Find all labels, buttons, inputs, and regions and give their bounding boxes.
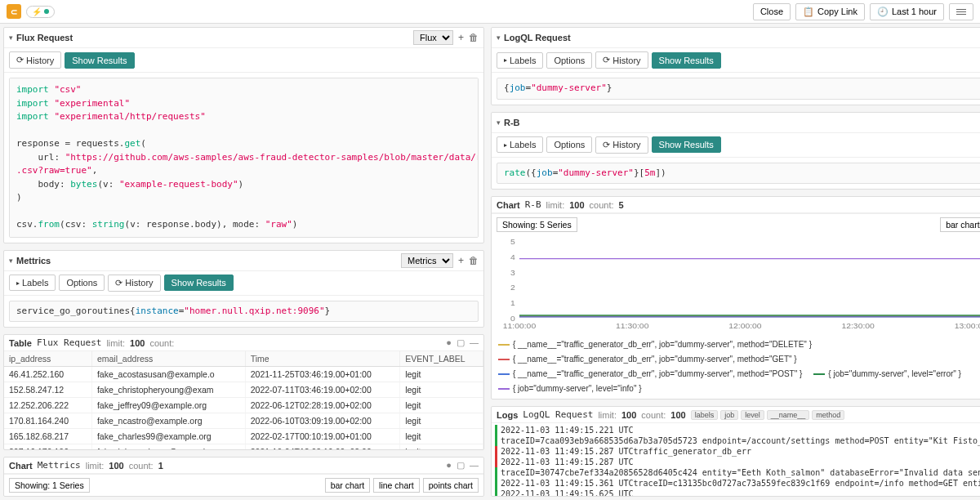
- filter-badge[interactable]: method: [812, 410, 844, 420]
- chart-area[interactable]: 01234511:00:0011:30:0012:00:0012:30:0013…: [492, 235, 980, 333]
- history-tab[interactable]: History: [595, 51, 648, 69]
- minimize-icon[interactable]: ▢: [457, 460, 465, 471]
- data-table: ip_addressemail_addressTimeEVENT_LABEL 4…: [4, 351, 483, 449]
- chart-type-button[interactable]: points chart: [423, 478, 479, 493]
- svg-text:5: 5: [510, 239, 515, 246]
- options-tab[interactable]: Options: [59, 275, 105, 291]
- show-results-tab[interactable]: Show Results: [164, 275, 234, 291]
- showing-series-chip[interactable]: Showing: 5 Series: [497, 217, 577, 232]
- dot-icon[interactable]: ●: [446, 460, 452, 471]
- history-tab[interactable]: History: [108, 275, 160, 292]
- rb-query-input[interactable]: rate({job="dummy-server"}[5m]): [497, 163, 980, 185]
- log-line[interactable]: 2022-11-03 11:49:15.625 UTC: [495, 489, 980, 496]
- col-header[interactable]: EVENT_LABEL: [400, 351, 483, 367]
- labels-tab[interactable]: ▸Labels: [497, 136, 543, 153]
- col-header[interactable]: Time: [245, 351, 399, 367]
- show-results-tab[interactable]: Show Results: [65, 52, 134, 69]
- log-line[interactable]: 2022-11-03 11:49:15.287 UTCtraffic_gener…: [495, 446, 980, 457]
- legend-item[interactable]: { __name__="traffic_generator_db_err", j…: [498, 368, 802, 381]
- logql-query-input[interactable]: {job="dummy-server"}: [497, 78, 980, 100]
- legend-item[interactable]: { job="dummy-server", level="info" }: [498, 382, 642, 395]
- flux-code-editor[interactable]: import "csv" import "experimental" impor…: [9, 78, 479, 238]
- connection-pill[interactable]: ⚡: [26, 6, 55, 18]
- log-line[interactable]: traceID=7caa093eb9a668535d6a7b3a705d5723…: [495, 435, 980, 446]
- history-label: History: [125, 278, 153, 288]
- table-row[interactable]: 165.182.68.217fake_charles99@example.org…: [4, 429, 483, 444]
- time-range-button[interactable]: 🕘 Last 1 hour: [870, 3, 944, 20]
- log-line[interactable]: 2022-11-03 11:49:15.221 UTC: [495, 425, 980, 435]
- showing-series-chip[interactable]: Showing: 1 Series: [9, 478, 90, 493]
- delete-icon[interactable]: 🗑: [469, 255, 479, 266]
- labels-tab[interactable]: ▸Labels: [497, 52, 543, 69]
- collapse-icon[interactable]: ▾: [497, 33, 501, 42]
- legend-item[interactable]: { job="dummy-server", level="error" }: [813, 368, 961, 381]
- chart-title-b: R-B: [525, 199, 541, 210]
- options-tab[interactable]: Options: [546, 136, 592, 153]
- logql-panel: ▾ LogQL Request Logs + 🗑 ▸Labels Options…: [491, 27, 980, 105]
- table-row[interactable]: 170.81.164.240fake_ncastro@example.org20…: [4, 413, 483, 429]
- table-title-a: Table: [9, 338, 32, 348]
- limit-label: limit:: [598, 410, 617, 420]
- legend-item[interactable]: { __name__="traffic_generator_db_err", j…: [498, 353, 797, 366]
- log-severity-bar: [495, 457, 497, 467]
- chart-type-button[interactable]: bar chart: [940, 217, 980, 232]
- add-icon[interactable]: +: [458, 32, 464, 43]
- history-icon: [603, 140, 610, 150]
- count-value: 5: [619, 200, 624, 210]
- count-value: 100: [670, 410, 685, 420]
- metrics-query-input[interactable]: service_go_goroutines{instance="homer.nu…: [9, 301, 479, 323]
- options-tab[interactable]: Options: [546, 52, 592, 69]
- limit-label: limit:: [546, 200, 565, 210]
- svg-text:0: 0: [510, 315, 515, 323]
- table-row[interactable]: 12.252.206.222fake_jeffrey09@example.org…: [4, 398, 483, 413]
- dot-icon[interactable]: ●: [446, 337, 452, 348]
- limit-value: 100: [109, 461, 123, 471]
- delete-icon[interactable]: 🗑: [469, 32, 479, 43]
- minimize-icon[interactable]: ▢: [457, 337, 465, 348]
- svg-text:11:00:00: 11:00:00: [503, 323, 536, 330]
- log-severity-bar: [495, 489, 497, 496]
- table-row[interactable]: 207.16.170.106fake_johnsonjason@example.…: [4, 444, 483, 450]
- panel-title: R-B: [504, 118, 520, 127]
- filter-badge[interactable]: job: [720, 410, 738, 420]
- log-line[interactable]: 2022-11-03 11:49:15.361 UTCtraceID=c1313…: [495, 478, 980, 489]
- history-tab[interactable]: History: [9, 51, 61, 69]
- filter-badge[interactable]: labels: [691, 410, 719, 420]
- history-label: History: [612, 140, 640, 150]
- dash-icon[interactable]: —: [470, 460, 479, 471]
- table-row[interactable]: 46.41.252.160fake_acostasusan@example.o2…: [4, 367, 483, 382]
- show-results-tab[interactable]: Show Results: [652, 136, 721, 153]
- dash-icon[interactable]: —: [470, 337, 479, 348]
- filter-badge[interactable]: level: [741, 410, 764, 420]
- chart-title-b: Mettrics: [38, 460, 81, 471]
- count-label: count:: [641, 410, 666, 420]
- table-row[interactable]: 152.58.247.12fake_christopheryoung@exam2…: [4, 382, 483, 398]
- log-line[interactable]: traceID=30747cbe7ef334a20856528d6405c424…: [495, 467, 980, 478]
- labels-tab[interactable]: ▸Labels: [9, 275, 56, 291]
- svg-text:2: 2: [510, 284, 515, 292]
- chart-metrics-panel: Chart Mettrics limit: 100 count: 1 ● ▢ —…: [3, 457, 484, 497]
- count-label: count:: [149, 338, 174, 348]
- copy-link-button[interactable]: 📋 Copy Link: [795, 3, 865, 20]
- collapse-icon[interactable]: ▾: [497, 118, 501, 127]
- close-button[interactable]: Close: [753, 3, 791, 20]
- limit-label: limit:: [106, 338, 125, 348]
- show-results-tab[interactable]: Show Results: [652, 52, 721, 69]
- menu-button[interactable]: [949, 3, 973, 20]
- history-tab[interactable]: History: [595, 136, 648, 154]
- chart-type-button[interactable]: line chart: [373, 478, 420, 493]
- col-header[interactable]: email_address: [91, 351, 245, 367]
- chart-type-button[interactable]: bar chart: [325, 478, 370, 493]
- collapse-icon[interactable]: ▾: [9, 257, 13, 265]
- flux-request-panel: ▾ Flux Request Flux + 🗑 History Show Res…: [3, 27, 484, 243]
- lang-select[interactable]: Flux: [413, 30, 453, 45]
- history-label: History: [612, 56, 640, 65]
- add-icon[interactable]: +: [458, 255, 464, 266]
- svg-text:3: 3: [510, 270, 515, 277]
- filter-badge[interactable]: __name__: [767, 410, 810, 420]
- collapse-icon[interactable]: ▾: [9, 33, 13, 42]
- col-header[interactable]: ip_address: [4, 351, 91, 367]
- log-line[interactable]: 2022-11-03 11:49:15.287 UTC: [495, 457, 980, 467]
- legend-item[interactable]: { __name__="traffic_generator_db_err", j…: [498, 338, 812, 351]
- lang-select[interactable]: Metrics: [401, 253, 453, 268]
